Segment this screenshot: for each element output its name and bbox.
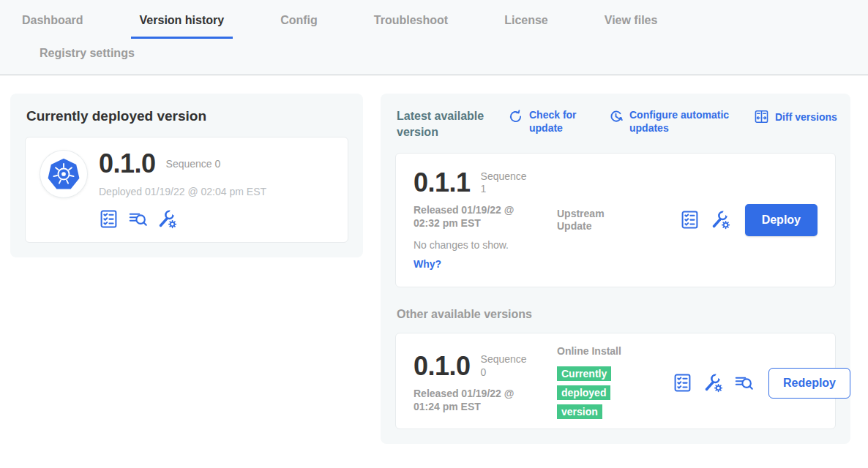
refresh-icon: [508, 109, 523, 124]
app-nav: Dashboard Version history Config Trouble…: [0, 0, 868, 75]
no-changes-text: No changes to show.: [414, 239, 557, 251]
version-card-other: 0.1.0 Sequence 0 Released 01/19/22 @ 01:…: [395, 333, 836, 430]
latest-released-timestamp: Released 01/19/22 @ 02:32 pm EST: [414, 203, 539, 230]
latest-version-number: 0.1.1: [414, 170, 471, 196]
nav-tabs: Dashboard Version history Config Trouble…: [0, 0, 868, 75]
latest-version-title: Latest available version: [397, 108, 508, 140]
edit-config-icon[interactable]: [711, 210, 730, 230]
version-card-latest: 0.1.1 Sequence 1 Released 01/19/22 @ 02:…: [395, 153, 836, 287]
tab-view-files[interactable]: View files: [596, 9, 667, 39]
current-version-card: 0.1.0 Sequence 0 Deployed 01/19/22 @ 02:…: [25, 137, 348, 243]
redeploy-button[interactable]: Redeploy: [768, 368, 850, 399]
latest-version-panel: Latest available version Check for updat…: [381, 94, 850, 444]
kubernetes-logo-icon: [40, 151, 87, 197]
tab-troubleshoot[interactable]: Troubleshoot: [365, 9, 457, 39]
current-version-panel: Currently deployed version: [10, 94, 363, 257]
preflight-checks-icon[interactable]: [673, 373, 692, 393]
check-for-update-label: Check for update: [529, 108, 588, 135]
other-released-timestamp: Released 01/19/22 @ 01:24 pm EST: [414, 387, 539, 413]
preflight-checks-icon[interactable]: [99, 209, 119, 229]
view-logs-icon[interactable]: [734, 373, 754, 393]
why-link[interactable]: Why?: [414, 258, 441, 270]
edit-config-icon[interactable]: [157, 209, 177, 229]
deploy-button[interactable]: Deploy: [745, 204, 818, 236]
diff-versions-link[interactable]: Diff versions: [754, 108, 837, 124]
other-versions-title: Other available versions: [397, 308, 836, 321]
latest-source-label: Upstream Update: [557, 208, 626, 233]
tab-version-history[interactable]: Version history: [131, 9, 233, 39]
configure-automatic-updates-link[interactable]: Configure automatic updates: [608, 108, 733, 135]
other-source-label: Online Install: [557, 345, 626, 358]
main-content: Currently deployed version: [0, 75, 868, 444]
current-version-title: Currently deployed version: [26, 108, 348, 125]
other-version-number: 0.1.0: [414, 353, 471, 380]
schedule-update-icon: [608, 109, 624, 124]
tab-config[interactable]: Config: [272, 9, 326, 39]
latest-sequence-label: Sequence 1: [481, 170, 534, 196]
other-sequence-label: Sequence 0: [481, 353, 534, 379]
preflight-checks-icon[interactable]: [680, 210, 700, 230]
view-logs-icon[interactable]: [128, 209, 148, 229]
tab-registry-settings[interactable]: Registry settings: [31, 42, 143, 72]
configure-automatic-updates-label: Configure automatic updates: [629, 108, 733, 135]
edit-config-icon[interactable]: [703, 373, 723, 393]
deployed-timestamp: Deployed 01/19/22 @ 02:04 pm EST: [99, 186, 266, 197]
tab-dashboard[interactable]: Dashboard: [13, 9, 92, 39]
currently-deployed-badge: Currently deployed version: [557, 366, 611, 419]
diff-icon: [754, 109, 769, 124]
diff-versions-label: Diff versions: [775, 110, 837, 124]
current-version-number: 0.1.0: [99, 151, 156, 177]
tab-license[interactable]: License: [495, 9, 557, 39]
check-for-update-link[interactable]: Check for update: [508, 108, 588, 135]
current-sequence-label: Sequence 0: [166, 158, 221, 170]
